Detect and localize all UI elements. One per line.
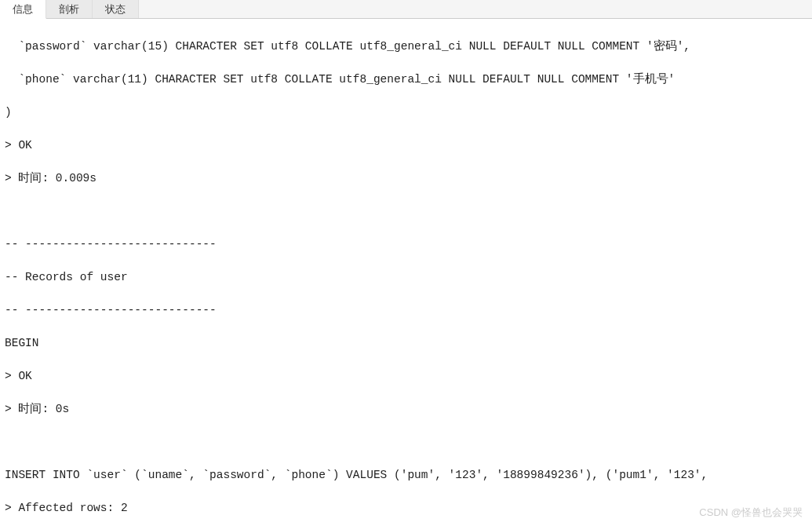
log-line-comment: -- Records of user xyxy=(5,269,807,286)
tab-status[interactable]: 状态 xyxy=(93,0,139,18)
log-line-comment: -- ---------------------------- xyxy=(5,302,807,319)
log-line-affected: > Affected rows: 2 xyxy=(5,500,807,517)
tab-bar: 信息 剖析 状态 xyxy=(0,0,812,19)
watermark-text: CSDN @怪兽也会哭哭 xyxy=(699,506,803,520)
log-line-ok: > OK xyxy=(5,137,807,154)
log-line-comment: -- ---------------------------- xyxy=(5,236,807,253)
log-line-time: > 时间: 0.009s xyxy=(5,170,807,187)
log-line-ok: > OK xyxy=(5,368,807,385)
tab-info[interactable]: 信息 xyxy=(0,0,46,19)
sql-log-output: `password` varchar(15) CHARACTER SET utf… xyxy=(0,19,812,526)
log-line-sql: INSERT INTO `user` (`uname`, `password`,… xyxy=(5,467,807,484)
log-line-time: > 时间: 0s xyxy=(5,401,807,418)
tab-profiling[interactable]: 剖析 xyxy=(46,0,93,18)
log-line-sql: BEGIN xyxy=(5,335,807,352)
log-line: `phone` varchar(11) CHARACTER SET utf8 C… xyxy=(5,71,807,88)
log-line: ) xyxy=(5,104,807,121)
log-line: `password` varchar(15) CHARACTER SET utf… xyxy=(5,38,807,55)
